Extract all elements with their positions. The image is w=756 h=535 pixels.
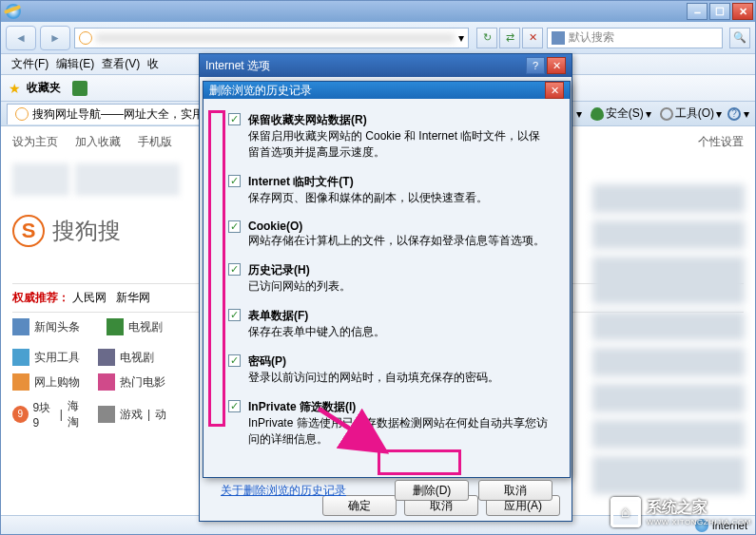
window-titlebar[interactable]: ‒ ☐ ✕ — [1, 1, 755, 22]
suggested-sites-icon[interactable] — [72, 81, 87, 96]
option-desc-5: 登录以前访问过的网站时，自动填充保存的密码。 — [248, 371, 499, 384]
delete-option-5: ✓ 密码(P)登录以前访问过的网站时，自动填充保存的密码。 — [228, 353, 551, 386]
ie-logo-icon — [6, 4, 21, 19]
shield-icon — [591, 107, 604, 121]
safety-menu[interactable]: 安全(S) ▾ — [588, 105, 654, 122]
search-placeholder: 默认搜索 — [569, 29, 614, 46]
option-label-1: Internet 临时文件(T) — [248, 174, 488, 190]
personalize-link[interactable]: 个性设置 — [698, 134, 744, 150]
cat-tv2[interactable]: 电视剧 — [98, 349, 184, 366]
window-maximize-button[interactable]: ☐ — [709, 3, 730, 20]
rec-label: 权威推荐： — [12, 291, 69, 304]
option-label-5: 密码(P) — [248, 353, 499, 370]
tab-favicon — [15, 107, 29, 121]
delete-option-4: ✓ 表单数据(F)保存在表单中键入的信息。 — [228, 308, 551, 340]
stop-button[interactable]: ✕ — [522, 28, 543, 48]
set-homepage-link[interactable]: 设为主页 — [12, 134, 58, 150]
add-favorites-link[interactable]: 加入收藏 — [75, 134, 121, 150]
delete-title: 删除浏览的历史记录 — [209, 83, 312, 99]
favorites-label[interactable]: 收藏夹 — [27, 80, 61, 96]
checkbox-0[interactable]: ✓ — [228, 113, 241, 125]
checkbox-2[interactable]: ✓ — [228, 220, 241, 233]
checkbox-1[interactable]: ✓ — [228, 175, 241, 187]
url-text — [96, 33, 455, 43]
option-desc-3: 已访问网站的列表。 — [248, 279, 351, 293]
delete-option-6: ✓ InPrivate 筛选数据(I)InPrivate 筛选使用已保存数据检测… — [228, 399, 551, 448]
refresh-button[interactable]: ↻ — [476, 28, 497, 48]
option-label-0: 保留收藏夹网站数据(R) — [248, 112, 551, 128]
options-help-button[interactable]: ? — [526, 57, 545, 74]
checkbox-6[interactable]: ✓ — [228, 400, 241, 412]
menu-file[interactable]: 文件(F) — [9, 56, 51, 72]
watermark-url: WWW.XITONGZHIJIA.COM — [647, 518, 751, 526]
address-bar[interactable]: ▾ — [74, 28, 469, 48]
search-provider-icon — [552, 31, 565, 45]
checkbox-3[interactable]: ✓ — [228, 263, 241, 276]
page-menu[interactable]: ▾ — [573, 107, 585, 121]
option-label-3: 历史记录(H) — [248, 262, 351, 278]
option-desc-2: 网站存储在计算机上的文件，以保存如登录信息等首选项。 — [248, 234, 545, 247]
options-close-button[interactable]: ✕ — [547, 57, 566, 74]
site-icon — [79, 31, 92, 45]
menu-favorites[interactable]: 收 — [145, 56, 162, 72]
delete-history-dialog: 删除浏览的历史记录 ✕ ✓ 保留收藏夹网站数据(R)保留启用收藏夹网站的 Coo… — [203, 81, 571, 478]
cat-movies[interactable]: 热门电影 — [98, 373, 184, 391]
option-desc-0: 保留启用收藏夹网站的 Cookie 和 Internet 临时文件，以保留首选项… — [248, 129, 540, 159]
option-desc-1: 保存网页、图像和媒体的副本，以便快速查看。 — [248, 191, 488, 204]
options-titlebar[interactable]: Internet 选项 ? ✕ — [200, 54, 572, 77]
delete-cancel-button[interactable]: 取消 — [478, 480, 552, 501]
cat-nine[interactable]: 99块9 | 海淘 — [12, 398, 88, 430]
rec-link-1[interactable]: 人民网 — [72, 291, 107, 304]
tab-title: 搜狗网址导航——网址大全，实用 — [32, 106, 204, 123]
option-label-4: 表单数据(F) — [248, 308, 385, 324]
menu-view[interactable]: 查看(V) — [99, 56, 143, 72]
delete-titlebar[interactable]: 删除浏览的历史记录 ✕ — [204, 82, 570, 99]
gear-icon — [660, 107, 673, 121]
cat-tools[interactable]: 实用工具 — [12, 349, 88, 366]
delete-option-3: ✓ 历史记录(H)已访问网站的列表。 — [228, 262, 551, 295]
cat-games[interactable]: 游戏 | 动 — [98, 398, 184, 430]
rec-link-2[interactable]: 新华网 — [116, 291, 150, 304]
watermark-text: 系统之家 — [647, 498, 751, 518]
forward-button[interactable]: ► — [40, 26, 70, 50]
sogou-logo-icon: S — [12, 215, 45, 247]
cat-tv[interactable]: 电视剧 — [107, 318, 163, 335]
option-desc-4: 保存在表单中键入的信息。 — [248, 325, 385, 338]
window-minimize-button[interactable]: ‒ — [687, 3, 708, 20]
right-column — [592, 177, 745, 502]
option-desc-6: InPrivate 筛选使用已保存数据检测网站在何处自动共享您访问的详细信息。 — [248, 416, 548, 446]
refresh-alt-button[interactable]: ⇄ — [499, 28, 520, 48]
watermark-logo-icon: ⌂ — [611, 497, 641, 527]
back-button[interactable]: ◄ — [6, 26, 36, 50]
tools-menu[interactable]: 工具(O) ▾ — [657, 105, 725, 122]
window-close-button[interactable]: ✕ — [732, 3, 753, 20]
dropdown-icon[interactable]: ▾ — [458, 31, 464, 45]
delete-button[interactable]: 删除(D) — [395, 480, 469, 501]
option-label-6: InPrivate 筛选数据(I) — [248, 399, 551, 415]
options-title: Internet 选项 — [205, 58, 270, 74]
option-label-2: Cookie(O) — [248, 220, 545, 233]
checkbox-4[interactable]: ✓ — [228, 309, 241, 321]
cat-news[interactable]: 新闻头条 — [12, 318, 80, 335]
delete-close-button[interactable]: ✕ — [545, 82, 564, 99]
search-box[interactable]: 默认搜索 — [547, 28, 723, 48]
help-icon[interactable]: ? — [727, 107, 741, 121]
delete-option-0: ✓ 保留收藏夹网站数据(R)保留启用收藏夹网站的 Cookie 和 Intern… — [228, 112, 551, 161]
cat-shopping[interactable]: 网上购物 — [12, 373, 88, 391]
menu-edit[interactable]: 编辑(E) — [53, 56, 97, 72]
active-tab[interactable]: 搜狗网址导航——网址大全，实用 — [7, 104, 212, 124]
checkbox-5[interactable]: ✓ — [228, 354, 241, 367]
favorites-star-icon[interactable]: ★ — [9, 81, 21, 96]
about-delete-link[interactable]: 关于删除浏览的历史记录 — [221, 483, 346, 499]
mobile-link[interactable]: 手机版 — [138, 134, 172, 150]
nav-toolbar: ◄ ► ▾ ↻ ⇄ ✕ 默认搜索 🔍 — [1, 22, 755, 54]
sogou-search-label: 搜狗搜 — [52, 216, 121, 246]
delete-option-2: ✓ Cookie(O)网站存储在计算机上的文件，以保存如登录信息等首选项。 — [228, 220, 551, 249]
delete-option-1: ✓ Internet 临时文件(T)保存网页、图像和媒体的副本，以便快速查看。 — [228, 174, 551, 206]
search-go-button[interactable]: 🔍 — [729, 28, 750, 48]
watermark: ⌂ 系统之家 WWW.XITONGZHIJIA.COM — [611, 497, 751, 527]
